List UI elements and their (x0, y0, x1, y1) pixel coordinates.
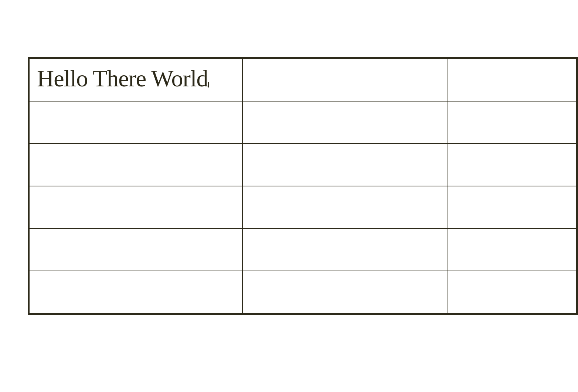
table-cell-3-1[interactable] (242, 186, 448, 228)
table-cell-1-2[interactable] (448, 101, 577, 144)
table-cell-4-2[interactable] (448, 228, 577, 271)
table-cell-2-2[interactable] (448, 144, 577, 186)
table-cell-0-2[interactable] (448, 59, 577, 101)
table-row (29, 271, 577, 313)
table-cell-4-0[interactable] (29, 228, 242, 271)
main-table: Hello There World (29, 58, 577, 314)
table-row (29, 228, 577, 271)
table-row: Hello There World (29, 59, 577, 101)
table-cell-5-1[interactable] (242, 271, 448, 313)
text-cursor (208, 82, 209, 87)
table-cell-3-0[interactable] (29, 186, 242, 228)
table-cell-4-1[interactable] (242, 228, 448, 271)
table-cell-0-1[interactable] (242, 59, 448, 101)
table-cell-2-1[interactable] (242, 144, 448, 186)
table-row (29, 144, 577, 186)
cell-text-hello: Hello There World (37, 65, 208, 92)
table-cell-3-2[interactable] (448, 186, 577, 228)
table-container: Hello There World (28, 57, 578, 315)
page: Hello There World (0, 0, 578, 392)
table-cell-0-0[interactable]: Hello There World (29, 59, 242, 101)
table-cell-2-0[interactable] (29, 144, 242, 186)
table-cell-1-1[interactable] (242, 101, 448, 144)
table-row (29, 186, 577, 228)
table-cell-1-0[interactable] (29, 101, 242, 144)
table-cell-5-0[interactable] (29, 271, 242, 313)
table-row (29, 101, 577, 144)
table-cell-5-2[interactable] (448, 271, 577, 313)
